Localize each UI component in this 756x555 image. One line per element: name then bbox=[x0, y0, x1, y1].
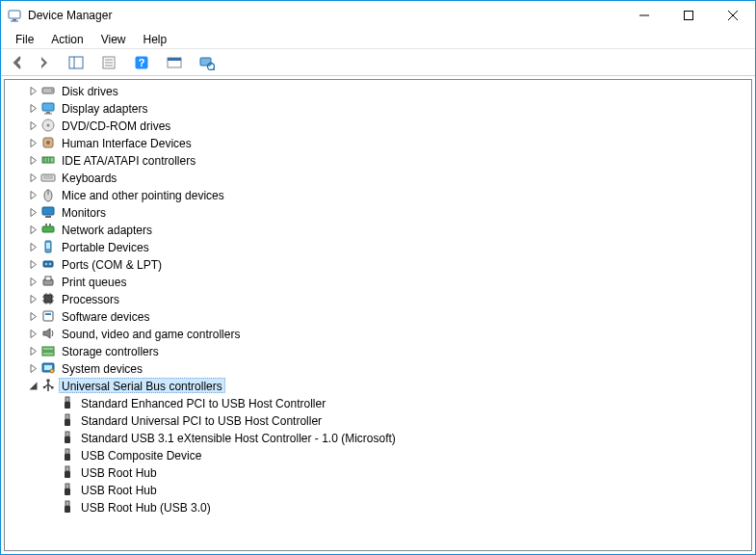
system-device-icon bbox=[40, 360, 56, 376]
tree-item[interactable]: Network adapters bbox=[24, 221, 751, 238]
tree-item[interactable]: Standard Universal PCI to USB Host Contr… bbox=[43, 411, 751, 429]
tree-item[interactable]: Mice and other pointing devices bbox=[24, 186, 751, 203]
expand-icon[interactable] bbox=[26, 327, 39, 340]
close-button[interactable] bbox=[711, 1, 755, 30]
tree-item-label: Software devices bbox=[59, 308, 152, 324]
tree-item[interactable]: Disk drives bbox=[24, 82, 751, 99]
tree-item[interactable]: Print queues bbox=[24, 273, 751, 290]
tree-item-label: Monitors bbox=[59, 204, 109, 220]
keyboard-icon bbox=[40, 170, 56, 185]
portable-device-icon bbox=[40, 239, 56, 254]
expand-icon[interactable] bbox=[26, 257, 39, 271]
expand-icon[interactable] bbox=[26, 309, 39, 323]
usb-device-icon bbox=[60, 482, 75, 497]
tree-item[interactable]: System devices bbox=[24, 359, 751, 377]
hid-icon bbox=[40, 135, 56, 150]
usb-device-icon bbox=[60, 430, 75, 445]
tree-item[interactable]: Universal Serial Bus controllers bbox=[24, 377, 751, 394]
expand-icon[interactable] bbox=[26, 292, 39, 305]
expand-icon[interactable] bbox=[26, 361, 39, 375]
disk-drive-icon bbox=[40, 83, 56, 98]
expand-icon[interactable] bbox=[26, 153, 39, 167]
tree-item[interactable]: Display adapters bbox=[24, 99, 751, 117]
tree-item[interactable]: DVD/CD-ROM drives bbox=[24, 117, 751, 134]
maximize-button[interactable] bbox=[666, 1, 711, 30]
tree-item[interactable]: USB Root Hub bbox=[43, 481, 751, 498]
port-icon bbox=[40, 256, 56, 272]
usb-device-icon bbox=[60, 447, 75, 462]
mouse-icon bbox=[40, 187, 56, 202]
expand-icon[interactable] bbox=[26, 240, 39, 253]
usb-device-icon bbox=[60, 395, 75, 410]
tree-item[interactable]: IDE ATA/ATAPI controllers bbox=[24, 151, 751, 169]
scan-hardware-button[interactable] bbox=[196, 52, 219, 73]
usb-device-icon bbox=[60, 499, 75, 515]
tree-item[interactable]: Storage controllers bbox=[24, 342, 751, 359]
optical-drive-icon bbox=[40, 118, 56, 133]
action-button[interactable] bbox=[163, 52, 186, 73]
network-adapter-icon bbox=[40, 222, 56, 237]
menu-action[interactable]: Action bbox=[44, 32, 90, 47]
back-button[interactable] bbox=[7, 52, 30, 73]
tree-item-label: Standard Enhanced PCI to USB Host Contro… bbox=[78, 395, 328, 410]
expand-icon[interactable] bbox=[26, 136, 39, 149]
tree-item[interactable]: Keyboards bbox=[24, 169, 751, 186]
expand-icon[interactable] bbox=[26, 344, 39, 357]
properties-button[interactable] bbox=[97, 52, 120, 73]
expand-icon[interactable] bbox=[26, 205, 39, 219]
tree-item-label: Disk drives bbox=[59, 83, 121, 98]
tree-item-label: Keyboards bbox=[59, 170, 119, 185]
device-tree-scroll[interactable]: Disk drivesDisplay adaptersDVD/CD-ROM dr… bbox=[4, 79, 752, 551]
software-device-icon bbox=[40, 308, 56, 324]
expand-icon[interactable] bbox=[26, 188, 39, 201]
help-button[interactable] bbox=[130, 52, 153, 73]
tree-item-label: Ports (COM & LPT) bbox=[59, 256, 165, 272]
tree-item-label: Storage controllers bbox=[59, 343, 162, 358]
menu-file[interactable]: File bbox=[9, 32, 40, 47]
usb-controller-icon bbox=[40, 378, 56, 393]
forward-button[interactable] bbox=[32, 52, 55, 73]
tree-item[interactable]: Portable Devices bbox=[24, 238, 751, 255]
device-manager-window: Device Manager File Action View Help bbox=[0, 0, 756, 555]
tree-item[interactable]: USB Root Hub bbox=[43, 463, 751, 481]
tree-item-label: Mice and other pointing devices bbox=[59, 187, 227, 202]
expand-icon[interactable] bbox=[26, 101, 39, 115]
tree-item-label: Standard Universal PCI to USB Host Contr… bbox=[78, 412, 325, 428]
tree-item-label: USB Root Hub bbox=[78, 464, 160, 480]
usb-device-icon bbox=[60, 464, 75, 480]
menu-view[interactable]: View bbox=[94, 32, 133, 47]
toolbar bbox=[1, 49, 755, 76]
tree-item-label: USB Root Hub (USB 3.0) bbox=[78, 499, 214, 515]
tree-item[interactable]: Sound, video and game controllers bbox=[24, 325, 751, 342]
tree-item[interactable]: USB Root Hub (USB 3.0) bbox=[43, 498, 751, 515]
tree-item-label: USB Composite Device bbox=[78, 447, 204, 462]
tree-item[interactable]: Monitors bbox=[24, 203, 751, 221]
tree-item[interactable]: Ports (COM & LPT) bbox=[24, 255, 751, 273]
tree-item-label: System devices bbox=[59, 360, 145, 376]
show-hide-console-tree-button[interactable] bbox=[65, 52, 88, 73]
tree-item[interactable]: Human Interface Devices bbox=[24, 134, 751, 151]
printer-icon bbox=[40, 274, 56, 289]
display-adapter-icon bbox=[40, 100, 56, 116]
tree-item[interactable]: Processors bbox=[24, 290, 751, 307]
expand-icon[interactable] bbox=[26, 84, 39, 97]
expand-icon[interactable] bbox=[26, 223, 39, 236]
expand-icon[interactable] bbox=[26, 119, 39, 132]
expand-icon[interactable] bbox=[26, 171, 39, 184]
tree-item[interactable]: Software devices bbox=[24, 307, 751, 325]
usb-device-icon bbox=[60, 412, 75, 428]
monitor-icon bbox=[40, 204, 56, 220]
minimize-button[interactable] bbox=[622, 1, 666, 30]
tree-item[interactable]: USB Composite Device bbox=[43, 446, 751, 463]
expand-icon[interactable] bbox=[26, 275, 39, 288]
device-tree: Disk drivesDisplay adaptersDVD/CD-ROM dr… bbox=[7, 82, 751, 515]
menu-help[interactable]: Help bbox=[137, 32, 174, 47]
tree-item-label: IDE ATA/ATAPI controllers bbox=[59, 152, 198, 168]
storage-controller-icon bbox=[40, 343, 56, 358]
menubar: File Action View Help bbox=[1, 30, 755, 49]
tree-item[interactable]: Standard USB 3.1 eXtensible Host Control… bbox=[43, 429, 751, 446]
content-area: Disk drivesDisplay adaptersDVD/CD-ROM dr… bbox=[1, 76, 755, 554]
collapse-icon[interactable] bbox=[26, 379, 39, 392]
tree-item-label: Human Interface Devices bbox=[59, 135, 195, 150]
tree-item[interactable]: Standard Enhanced PCI to USB Host Contro… bbox=[43, 394, 751, 411]
